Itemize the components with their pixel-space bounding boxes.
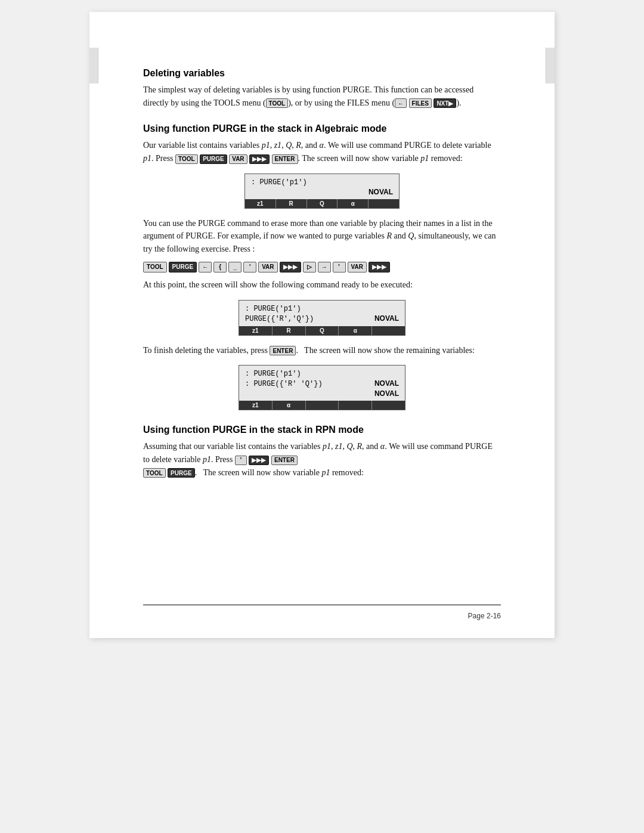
key-var-1: VAR xyxy=(229,154,247,164)
screen-bar-cell-1-2: R xyxy=(276,199,307,208)
key-enter-rpn: ENTER xyxy=(271,456,298,465)
key-leftarrow-2: ← xyxy=(199,262,212,272)
screen-bar-cell-3-4 xyxy=(339,401,372,410)
key-nxt-1: ▶▶▶ xyxy=(249,154,270,164)
key-purge-1: PURGE xyxy=(200,154,227,164)
screen-bar-3: z1 α xyxy=(239,401,405,410)
key-enter-1: ENTER xyxy=(272,154,298,164)
screen-bar-cell-1-5 xyxy=(369,199,399,208)
screen-line-2-1: : PURGE('p1') xyxy=(245,304,399,314)
key-right-2: ▷ xyxy=(303,262,316,272)
para-algebraic-1: Our variable list contains variables p1,… xyxy=(143,139,501,165)
key-space-2: _ xyxy=(228,262,242,272)
screen-line-3-1: : PURGE('p1') xyxy=(245,369,399,379)
key-arrow-2: → xyxy=(318,262,331,272)
screen-cmd-2-1: : PURGE('p1') xyxy=(245,305,301,313)
screen-bar-cell-3-2: α xyxy=(273,401,306,410)
key-tool-inline: TOOL xyxy=(266,98,289,108)
key-tool-2: TOOL xyxy=(143,262,167,272)
key-lbrace-2: { xyxy=(213,262,227,272)
screen-bar-cell-3-5 xyxy=(372,401,405,410)
key-purge-rpn: PURGE xyxy=(168,468,195,478)
screen-line-3-3: NOVAL xyxy=(245,389,399,398)
screen-bar-cell-2-2: R xyxy=(273,326,306,335)
screen-cmd-3-2: : PURGE({'R' 'Q'}) xyxy=(245,380,323,388)
screen-bar-cell-3-1: z1 xyxy=(239,401,273,410)
screen-cmd-2-2: PURGE({'R','Q'}) xyxy=(245,315,314,323)
screen-cmd-3-1: : PURGE('p1') xyxy=(245,370,301,378)
key-tool-1: TOOL xyxy=(175,154,198,164)
screen-display-2: : PURGE('p1') PURGE({'R','Q'}) NOVAL z1 … xyxy=(239,300,405,336)
para-algebraic-2: You can use the PURGE command to erase m… xyxy=(143,217,501,256)
key-nxt-rpn: ▶▶▶ xyxy=(249,456,269,465)
page: Deleting variables The simplest way of d… xyxy=(89,12,555,638)
screen-line-2-2: PURGE({'R','Q'}) NOVAL xyxy=(245,314,399,324)
screen-line-3-2: : PURGE({'R' 'Q'}) NOVAL xyxy=(245,379,399,389)
screen-display-1: : PURGE('p1') NOVAL z1 R Q α xyxy=(244,174,400,209)
page-footer: Page 2-16 xyxy=(468,612,501,620)
para-algebraic-3: At this point, the screen will show the … xyxy=(143,278,501,292)
screen-bar-2: z1 R Q α xyxy=(239,326,405,335)
key-q-2: ▶▶▶ xyxy=(369,262,390,272)
screen-bar-cell-2-1: z1 xyxy=(239,326,273,335)
section-title-algebraic: Using function PURGE in the stack in Alg… xyxy=(143,123,501,134)
section-title-rpn: Using function PURGE in the stack in RPN… xyxy=(143,425,501,435)
right-margin-tab xyxy=(546,48,555,83)
screen-label-1-2: NOVAL xyxy=(369,188,393,196)
key-var2-2: VAR xyxy=(348,262,367,272)
screen-bar-cell-1-3: Q xyxy=(307,199,338,208)
screen-cmd-1-1: : PURGE('p1') xyxy=(251,178,307,187)
key-comma-2: ' xyxy=(333,262,346,272)
screen-bar-cell-3-3 xyxy=(306,401,339,410)
screen-bar-cell-1-1: z1 xyxy=(245,199,276,208)
screen-bar-cell-2-4: α xyxy=(339,326,372,335)
para-algebraic-4: To finish deleting the variables, press … xyxy=(143,344,501,357)
screen-display-3: : PURGE('p1') : PURGE({'R' 'Q'}) NOVAL N… xyxy=(239,365,405,410)
screen-label-2-2: NOVAL xyxy=(374,314,399,323)
key-enter-finish: ENTER xyxy=(270,346,296,355)
footer-line xyxy=(143,605,501,606)
left-margin-tab xyxy=(89,48,98,83)
key-sequence-2: TOOL PURGE ← { _ ' VAR ▶▶▶ ▷ → ' VAR ▶▶▶ xyxy=(143,262,501,272)
screen-bar-cell-1-4: α xyxy=(338,199,369,208)
para-rpn-1: Assuming that our variable list contains… xyxy=(143,440,501,479)
key-tool-rpn: TOOL xyxy=(143,468,166,478)
key-r-2: ▶▶▶ xyxy=(280,262,301,272)
para-deleting-1: The simplest way of deleting variables i… xyxy=(143,83,501,109)
key-files-inline: FILES xyxy=(409,98,432,108)
key-tick-rpn: ' xyxy=(235,456,247,465)
key-purge-2: PURGE xyxy=(169,262,197,272)
key-nxteq-inline: NXT▶ xyxy=(434,98,456,108)
screen-label-3-3: NOVAL xyxy=(374,389,399,398)
screen-line-1-1: : PURGE('p1') xyxy=(251,178,393,187)
key-leftarrow-inline: ← xyxy=(395,98,407,108)
screen-line-1-2: NOVAL xyxy=(251,187,393,197)
key-var-2: VAR xyxy=(258,262,277,272)
screen-label-3-2: NOVAL xyxy=(374,379,399,388)
screen-bar-1: z1 R Q α xyxy=(245,199,399,208)
key-tick-2: ' xyxy=(243,262,256,272)
section-title-deleting: Deleting variables xyxy=(143,68,501,79)
screen-bar-cell-2-5 xyxy=(372,326,405,335)
screen-bar-cell-2-3: Q xyxy=(306,326,339,335)
